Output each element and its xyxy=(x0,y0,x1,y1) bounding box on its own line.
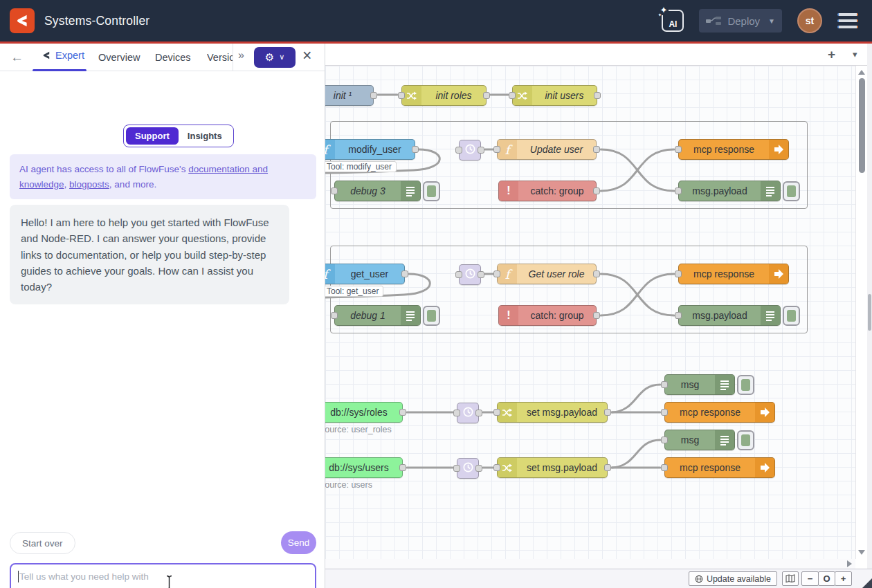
output-port[interactable] xyxy=(478,271,484,278)
ai-assistant-button[interactable]: ✦ ✦ AI xyxy=(662,10,684,32)
send-button[interactable]: Send xyxy=(281,531,316,554)
chat-input[interactable] xyxy=(10,563,316,588)
scroll-up-icon[interactable] xyxy=(858,70,865,75)
node-set-msg-payload[interactable]: set msg.payload xyxy=(497,457,608,478)
tab-expert[interactable]: Expert xyxy=(42,50,84,61)
input-port[interactable] xyxy=(493,409,500,416)
node-msg-payload[interactable]: msg.payload xyxy=(678,181,781,201)
flow-list-icon[interactable]: ▾ xyxy=(853,49,857,59)
debug-toggle-button[interactable] xyxy=(737,375,754,395)
node-set-msg-payload[interactable]: set msg.payload xyxy=(497,402,608,423)
tab-versions[interactable]: Versic xyxy=(207,52,233,63)
tab-devices[interactable]: Devices xyxy=(155,52,191,63)
add-flow-icon[interactable]: + xyxy=(828,47,835,62)
deploy-button[interactable]: Deploy ▼ xyxy=(699,9,782,33)
node-init-users[interactable]: init users xyxy=(512,85,597,106)
debug-toggle-button[interactable] xyxy=(783,306,800,326)
output-port[interactable] xyxy=(593,187,600,194)
zoom-reset-button[interactable]: O xyxy=(818,571,835,586)
output-port[interactable] xyxy=(594,92,601,99)
input-port[interactable] xyxy=(509,92,516,99)
tab-overview[interactable]: Overview xyxy=(98,52,140,63)
close-icon[interactable]: × xyxy=(302,48,311,64)
output-port[interactable] xyxy=(399,409,406,416)
node-mcp-response[interactable]: mcp response xyxy=(678,139,789,160)
node-delay[interactable] xyxy=(459,140,481,160)
output-port[interactable] xyxy=(401,270,408,277)
input-port[interactable] xyxy=(675,312,682,319)
node-msg[interactable]: msg xyxy=(664,430,735,450)
flow-canvas[interactable]: init ¹ init roles init users f modify_us… xyxy=(325,66,855,559)
toggle-support[interactable]: Support xyxy=(126,127,179,145)
node-delay[interactable] xyxy=(459,264,481,285)
output-port[interactable] xyxy=(604,464,611,471)
back-arrow-icon[interactable]: ← xyxy=(10,50,24,65)
output-port[interactable] xyxy=(604,409,611,416)
output-port[interactable] xyxy=(475,465,482,472)
deploy-caret-icon[interactable]: ▼ xyxy=(768,17,775,25)
input-port[interactable] xyxy=(675,270,682,277)
output-port[interactable] xyxy=(399,464,406,471)
node-delay[interactable] xyxy=(457,458,479,479)
output-port[interactable] xyxy=(593,146,600,153)
node-init-roles[interactable]: init roles xyxy=(401,85,487,106)
input-port[interactable] xyxy=(661,437,668,443)
debug-toggle-button[interactable] xyxy=(737,430,754,450)
avatar[interactable]: st xyxy=(797,8,822,33)
node-init[interactable]: init ¹ xyxy=(325,85,374,106)
input-port[interactable] xyxy=(493,270,500,277)
navigator-button[interactable] xyxy=(782,571,799,586)
node-msg-payload[interactable]: msg.payload xyxy=(678,305,781,326)
input-port[interactable] xyxy=(661,381,668,388)
start-over-button[interactable]: Start over xyxy=(10,532,75,554)
flowfuse-logo-icon[interactable] xyxy=(10,8,35,33)
output-port[interactable] xyxy=(483,92,490,99)
input-port[interactable] xyxy=(453,410,460,416)
input-port[interactable] xyxy=(331,312,338,319)
input-port[interactable] xyxy=(661,409,668,416)
scroll-down-icon[interactable] xyxy=(858,550,865,555)
hamburger-menu-icon[interactable] xyxy=(837,13,858,28)
input-port[interactable] xyxy=(493,464,500,471)
input-port[interactable] xyxy=(455,147,462,154)
input-port[interactable] xyxy=(675,187,682,194)
canvas-vertical-scrollbar[interactable] xyxy=(855,66,867,559)
output-port[interactable] xyxy=(475,410,482,416)
node-delay[interactable] xyxy=(457,403,479,423)
page-scrollbar[interactable] xyxy=(867,44,872,588)
input-port[interactable] xyxy=(675,146,682,153)
input-port[interactable] xyxy=(493,146,500,153)
node-mcp-response[interactable]: mcp response xyxy=(678,264,789,284)
output-port[interactable] xyxy=(412,146,419,153)
output-port[interactable] xyxy=(593,270,600,277)
blogposts-link[interactable]: blogposts xyxy=(69,179,109,190)
debug-toggle-button[interactable] xyxy=(783,181,800,201)
scroll-right-icon[interactable] xyxy=(847,560,852,567)
node-db-sys-users[interactable]: db://sys/users xyxy=(325,457,403,478)
output-port[interactable] xyxy=(593,312,600,319)
more-tabs-icon[interactable]: » xyxy=(238,49,244,62)
node-debug-1[interactable]: debug 1 xyxy=(334,305,421,326)
node-catch-group[interactable]: ! catch: group xyxy=(498,305,597,326)
node-get-user[interactable]: f get_user xyxy=(325,264,405,284)
toggle-insights[interactable]: Insights xyxy=(179,127,231,145)
node-modify-user[interactable]: f modify_user xyxy=(325,139,415,160)
node-debug-3[interactable]: debug 3 xyxy=(334,181,421,201)
input-port[interactable] xyxy=(455,271,462,278)
debug-toggle-button[interactable] xyxy=(423,181,440,201)
input-port[interactable] xyxy=(398,92,405,99)
input-port[interactable] xyxy=(661,464,668,471)
zoom-out-button[interactable]: − xyxy=(801,571,819,586)
debug-toggle-button[interactable] xyxy=(423,306,440,326)
vertical-scroll-thumb[interactable] xyxy=(859,78,865,173)
node-mcp-response[interactable]: mcp response xyxy=(664,402,775,423)
input-port[interactable] xyxy=(453,465,460,472)
canvas-horizontal-scrollbar[interactable] xyxy=(325,559,855,569)
resize-corner[interactable] xyxy=(862,578,872,588)
node-mcp-response[interactable]: mcp response xyxy=(664,457,775,478)
page-scroll-thumb[interactable] xyxy=(868,294,871,331)
node-msg[interactable]: msg xyxy=(664,374,735,395)
update-available-button[interactable]: Update available xyxy=(689,571,777,586)
node-get-user-role[interactable]: f Get user role xyxy=(497,264,597,284)
node-db-sys-roles[interactable]: db://sys/roles xyxy=(325,402,403,423)
